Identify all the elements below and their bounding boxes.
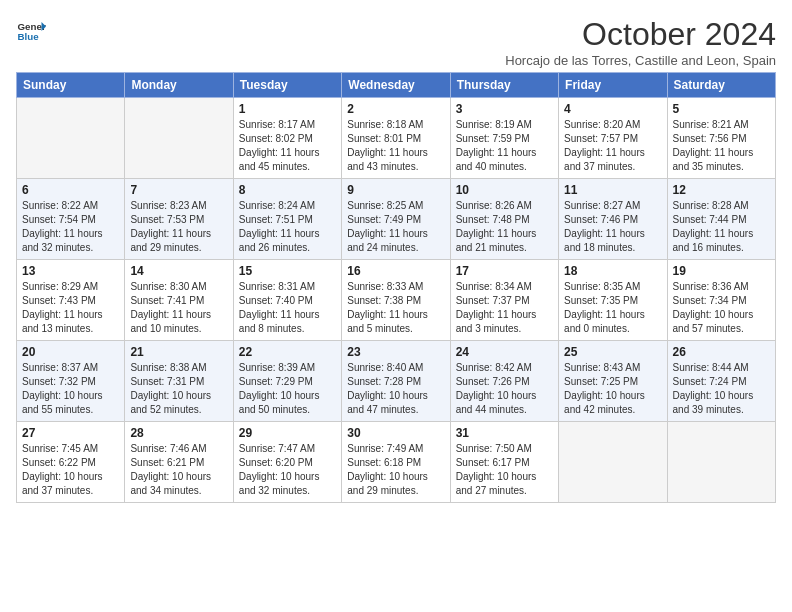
day-info: Sunrise: 8:39 AM Sunset: 7:29 PM Dayligh… — [239, 361, 336, 417]
day-number: 24 — [456, 345, 553, 359]
day-number: 9 — [347, 183, 444, 197]
day-info: Sunrise: 8:25 AM Sunset: 7:49 PM Dayligh… — [347, 199, 444, 255]
calendar-week-row: 13Sunrise: 8:29 AM Sunset: 7:43 PM Dayli… — [17, 260, 776, 341]
day-info: Sunrise: 8:22 AM Sunset: 7:54 PM Dayligh… — [22, 199, 119, 255]
calendar-header-saturday: Saturday — [667, 73, 775, 98]
day-number: 21 — [130, 345, 227, 359]
calendar-cell: 4Sunrise: 8:20 AM Sunset: 7:57 PM Daylig… — [559, 98, 667, 179]
calendar-cell: 10Sunrise: 8:26 AM Sunset: 7:48 PM Dayli… — [450, 179, 558, 260]
day-info: Sunrise: 8:30 AM Sunset: 7:41 PM Dayligh… — [130, 280, 227, 336]
day-number: 4 — [564, 102, 661, 116]
day-number: 10 — [456, 183, 553, 197]
day-info: Sunrise: 8:23 AM Sunset: 7:53 PM Dayligh… — [130, 199, 227, 255]
day-number: 23 — [347, 345, 444, 359]
calendar-header-wednesday: Wednesday — [342, 73, 450, 98]
day-info: Sunrise: 8:44 AM Sunset: 7:24 PM Dayligh… — [673, 361, 770, 417]
day-info: Sunrise: 8:31 AM Sunset: 7:40 PM Dayligh… — [239, 280, 336, 336]
calendar-cell: 5Sunrise: 8:21 AM Sunset: 7:56 PM Daylig… — [667, 98, 775, 179]
calendar-cell: 29Sunrise: 7:47 AM Sunset: 6:20 PM Dayli… — [233, 422, 341, 503]
day-info: Sunrise: 8:24 AM Sunset: 7:51 PM Dayligh… — [239, 199, 336, 255]
calendar-header-friday: Friday — [559, 73, 667, 98]
calendar-cell — [125, 98, 233, 179]
day-info: Sunrise: 7:50 AM Sunset: 6:17 PM Dayligh… — [456, 442, 553, 498]
day-number: 12 — [673, 183, 770, 197]
calendar-cell: 19Sunrise: 8:36 AM Sunset: 7:34 PM Dayli… — [667, 260, 775, 341]
day-number: 15 — [239, 264, 336, 278]
calendar-cell: 22Sunrise: 8:39 AM Sunset: 7:29 PM Dayli… — [233, 341, 341, 422]
calendar-cell: 1Sunrise: 8:17 AM Sunset: 8:02 PM Daylig… — [233, 98, 341, 179]
day-info: Sunrise: 8:43 AM Sunset: 7:25 PM Dayligh… — [564, 361, 661, 417]
day-number: 27 — [22, 426, 119, 440]
day-info: Sunrise: 8:21 AM Sunset: 7:56 PM Dayligh… — [673, 118, 770, 174]
day-info: Sunrise: 8:28 AM Sunset: 7:44 PM Dayligh… — [673, 199, 770, 255]
day-number: 14 — [130, 264, 227, 278]
calendar-header-sunday: Sunday — [17, 73, 125, 98]
calendar-cell: 12Sunrise: 8:28 AM Sunset: 7:44 PM Dayli… — [667, 179, 775, 260]
calendar-cell: 2Sunrise: 8:18 AM Sunset: 8:01 PM Daylig… — [342, 98, 450, 179]
page-header: General Blue October 2024 Horcajo de las… — [16, 16, 776, 68]
calendar-cell: 18Sunrise: 8:35 AM Sunset: 7:35 PM Dayli… — [559, 260, 667, 341]
calendar-header-row: SundayMondayTuesdayWednesdayThursdayFrid… — [17, 73, 776, 98]
day-info: Sunrise: 8:35 AM Sunset: 7:35 PM Dayligh… — [564, 280, 661, 336]
calendar-cell: 23Sunrise: 8:40 AM Sunset: 7:28 PM Dayli… — [342, 341, 450, 422]
calendar-cell — [667, 422, 775, 503]
location-subtitle: Horcajo de las Torres, Castille and Leon… — [505, 53, 776, 68]
svg-text:Blue: Blue — [18, 31, 40, 42]
calendar-cell: 16Sunrise: 8:33 AM Sunset: 7:38 PM Dayli… — [342, 260, 450, 341]
calendar-cell: 15Sunrise: 8:31 AM Sunset: 7:40 PM Dayli… — [233, 260, 341, 341]
calendar-cell: 25Sunrise: 8:43 AM Sunset: 7:25 PM Dayli… — [559, 341, 667, 422]
calendar-cell: 11Sunrise: 8:27 AM Sunset: 7:46 PM Dayli… — [559, 179, 667, 260]
day-number: 18 — [564, 264, 661, 278]
day-info: Sunrise: 8:18 AM Sunset: 8:01 PM Dayligh… — [347, 118, 444, 174]
day-info: Sunrise: 7:49 AM Sunset: 6:18 PM Dayligh… — [347, 442, 444, 498]
day-number: 20 — [22, 345, 119, 359]
day-number: 13 — [22, 264, 119, 278]
calendar-cell: 24Sunrise: 8:42 AM Sunset: 7:26 PM Dayli… — [450, 341, 558, 422]
day-info: Sunrise: 8:20 AM Sunset: 7:57 PM Dayligh… — [564, 118, 661, 174]
day-number: 17 — [456, 264, 553, 278]
calendar-cell: 20Sunrise: 8:37 AM Sunset: 7:32 PM Dayli… — [17, 341, 125, 422]
day-info: Sunrise: 8:38 AM Sunset: 7:31 PM Dayligh… — [130, 361, 227, 417]
calendar-cell: 26Sunrise: 8:44 AM Sunset: 7:24 PM Dayli… — [667, 341, 775, 422]
day-number: 11 — [564, 183, 661, 197]
day-number: 31 — [456, 426, 553, 440]
month-title: October 2024 — [505, 16, 776, 53]
day-number: 5 — [673, 102, 770, 116]
calendar-cell: 8Sunrise: 8:24 AM Sunset: 7:51 PM Daylig… — [233, 179, 341, 260]
day-number: 8 — [239, 183, 336, 197]
calendar-header-monday: Monday — [125, 73, 233, 98]
day-number: 3 — [456, 102, 553, 116]
day-number: 1 — [239, 102, 336, 116]
day-info: Sunrise: 8:19 AM Sunset: 7:59 PM Dayligh… — [456, 118, 553, 174]
day-number: 30 — [347, 426, 444, 440]
day-number: 26 — [673, 345, 770, 359]
day-info: Sunrise: 8:26 AM Sunset: 7:48 PM Dayligh… — [456, 199, 553, 255]
calendar-header-thursday: Thursday — [450, 73, 558, 98]
calendar-header-tuesday: Tuesday — [233, 73, 341, 98]
day-number: 2 — [347, 102, 444, 116]
calendar-table: SundayMondayTuesdayWednesdayThursdayFrid… — [16, 72, 776, 503]
calendar-week-row: 1Sunrise: 8:17 AM Sunset: 8:02 PM Daylig… — [17, 98, 776, 179]
calendar-cell: 27Sunrise: 7:45 AM Sunset: 6:22 PM Dayli… — [17, 422, 125, 503]
calendar-cell: 17Sunrise: 8:34 AM Sunset: 7:37 PM Dayli… — [450, 260, 558, 341]
day-info: Sunrise: 8:29 AM Sunset: 7:43 PM Dayligh… — [22, 280, 119, 336]
calendar-cell: 7Sunrise: 8:23 AM Sunset: 7:53 PM Daylig… — [125, 179, 233, 260]
day-info: Sunrise: 7:45 AM Sunset: 6:22 PM Dayligh… — [22, 442, 119, 498]
day-info: Sunrise: 7:47 AM Sunset: 6:20 PM Dayligh… — [239, 442, 336, 498]
day-info: Sunrise: 8:37 AM Sunset: 7:32 PM Dayligh… — [22, 361, 119, 417]
calendar-cell — [17, 98, 125, 179]
day-number: 25 — [564, 345, 661, 359]
day-number: 19 — [673, 264, 770, 278]
day-number: 7 — [130, 183, 227, 197]
day-info: Sunrise: 8:27 AM Sunset: 7:46 PM Dayligh… — [564, 199, 661, 255]
day-number: 22 — [239, 345, 336, 359]
day-info: Sunrise: 8:17 AM Sunset: 8:02 PM Dayligh… — [239, 118, 336, 174]
calendar-cell: 28Sunrise: 7:46 AM Sunset: 6:21 PM Dayli… — [125, 422, 233, 503]
title-block: October 2024 Horcajo de las Torres, Cast… — [505, 16, 776, 68]
calendar-cell: 30Sunrise: 7:49 AM Sunset: 6:18 PM Dayli… — [342, 422, 450, 503]
calendar-week-row: 6Sunrise: 8:22 AM Sunset: 7:54 PM Daylig… — [17, 179, 776, 260]
calendar-cell: 3Sunrise: 8:19 AM Sunset: 7:59 PM Daylig… — [450, 98, 558, 179]
calendar-cell: 14Sunrise: 8:30 AM Sunset: 7:41 PM Dayli… — [125, 260, 233, 341]
day-number: 29 — [239, 426, 336, 440]
day-info: Sunrise: 8:36 AM Sunset: 7:34 PM Dayligh… — [673, 280, 770, 336]
